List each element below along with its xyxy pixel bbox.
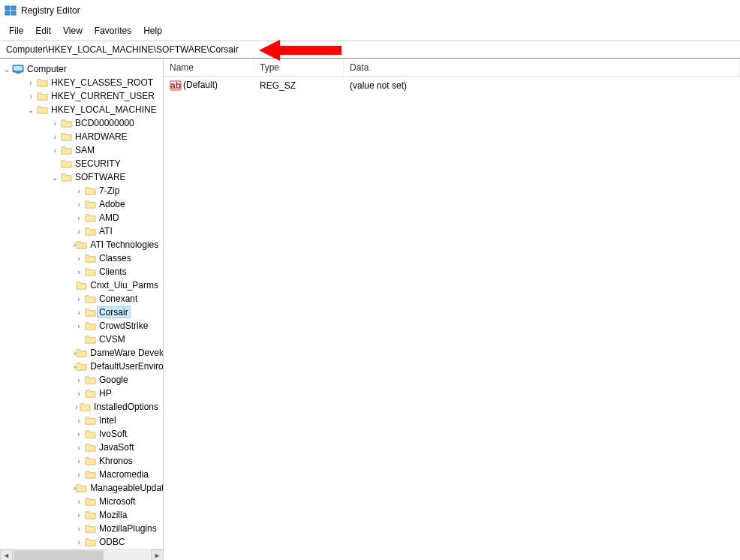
expand-toggle[interactable]: › <box>26 92 36 101</box>
col-header-name[interactable]: Name <box>164 59 254 76</box>
tree-item-label: IvoSoft <box>98 429 128 439</box>
tree-item[interactable]: ›HARDWARE <box>24 130 163 143</box>
tree-item[interactable]: ›Khronos <box>36 454 163 468</box>
menu-favorites[interactable]: Favorites <box>89 23 137 39</box>
tree-item[interactable]: ›HP <box>36 387 163 400</box>
expand-toggle[interactable]: › <box>74 309 84 317</box>
value-row[interactable]: ab(Default)REG_SZ(value not set) <box>164 77 740 95</box>
expand-toggle[interactable]: › <box>74 295 84 303</box>
address-input[interactable] <box>5 44 735 56</box>
expand-toggle[interactable]: › <box>74 538 84 546</box>
registry-tree[interactable]: ⌄Computer›HKEY_CLASSES_ROOT›HKEY_CURRENT… <box>0 59 163 549</box>
expand-toggle[interactable]: › <box>74 498 84 506</box>
tree-item[interactable]: ›Mozilla <box>36 508 163 522</box>
scroll-left-button[interactable]: ◄ <box>0 549 13 561</box>
menu-file[interactable]: File <box>3 23 29 39</box>
tree-item[interactable]: ›7-Zip <box>36 184 163 197</box>
tree-item[interactable]: ›Classes <box>36 251 163 265</box>
folder-icon <box>36 104 48 116</box>
collapse-toggle[interactable]: ⌄ <box>2 65 12 74</box>
tree-item-label: 7-Zip <box>98 185 121 196</box>
tree-item-label: JavaSoft <box>98 442 136 453</box>
tree-item[interactable]: ›SAM <box>24 143 163 157</box>
tree-item[interactable]: Cnxt_Uiu_Parms <box>36 278 163 292</box>
expand-toggle[interactable]: › <box>74 227 84 236</box>
tree-item[interactable]: CVSM <box>36 333 163 346</box>
tree-item[interactable]: ›DefaultUserEnvironment <box>36 360 163 373</box>
tree-item[interactable]: ›Google <box>36 373 163 387</box>
collapse-toggle[interactable]: ⌄ <box>50 173 60 182</box>
svg-rect-3 <box>11 11 16 15</box>
expand-toggle[interactable]: › <box>74 511 84 519</box>
tree-item[interactable]: ›DameWare Development <box>36 346 163 360</box>
folder-icon <box>84 468 96 480</box>
tree-item-label: SECURITY <box>74 158 122 169</box>
expand-toggle[interactable]: › <box>50 133 60 141</box>
expand-toggle[interactable]: › <box>74 214 84 222</box>
tree-item-label: InstalledOptions <box>92 402 160 412</box>
tree-item[interactable]: ⌄HKEY_LOCAL_MACHINE <box>12 103 163 116</box>
tree-item[interactable]: ›InstalledOptions <box>36 400 163 414</box>
expand-toggle[interactable]: › <box>74 376 84 384</box>
tree-item[interactable]: ›Intel <box>36 414 163 427</box>
tree-item[interactable]: ›HKEY_CURRENT_USER <box>12 89 163 103</box>
tree-item[interactable]: ›Adobe <box>36 197 163 211</box>
expand-toggle[interactable]: › <box>26 79 36 87</box>
scroll-track[interactable] <box>13 549 151 561</box>
computer-icon <box>12 63 24 75</box>
scroll-right-button[interactable]: ► <box>151 549 164 561</box>
tree-item-label: DefaultUserEnvironment <box>89 361 163 372</box>
expand-toggle[interactable]: › <box>74 200 84 209</box>
scroll-thumb[interactable] <box>14 550 104 561</box>
tree-item-label: HP <box>98 388 113 399</box>
expand-toggle[interactable]: › <box>74 430 84 438</box>
expand-toggle[interactable]: › <box>74 444 84 452</box>
expand-toggle[interactable]: › <box>50 146 60 155</box>
menu-view[interactable]: View <box>57 23 89 39</box>
folder-icon <box>84 225 96 237</box>
tree-item[interactable]: ›Microsoft <box>36 495 163 508</box>
tree-item[interactable]: ›MozillaPlugins <box>36 522 163 535</box>
tree-item-label: Clients <box>98 266 128 277</box>
tree-item[interactable]: ›Macromedia <box>36 468 163 481</box>
horizontal-scrollbar[interactable]: ◄ ► <box>0 549 164 560</box>
tree-item[interactable]: ›Corsair <box>36 306 163 319</box>
tree-item[interactable]: ›ATI Technologies <box>36 238 163 251</box>
col-header-data[interactable]: Data <box>344 59 740 76</box>
expand-toggle[interactable]: › <box>74 390 84 398</box>
expand-toggle[interactable]: › <box>74 457 84 465</box>
value-data: (value not set) <box>344 79 740 92</box>
tree-item[interactable]: ›JavaSoft <box>36 441 163 454</box>
tree-item-label: CVSM <box>98 334 127 345</box>
menu-edit[interactable]: Edit <box>29 23 57 39</box>
tree-item-computer[interactable]: ⌄Computer <box>0 62 163 76</box>
tree-item[interactable]: ›ODBC <box>36 535 163 549</box>
col-header-type[interactable]: Type <box>254 59 344 76</box>
tree-item[interactable]: ›AMD <box>36 211 163 224</box>
expand-toggle[interactable]: › <box>74 471 84 479</box>
tree-item[interactable]: ⌄SOFTWARE <box>24 170 163 184</box>
collapse-toggle[interactable]: ⌄ <box>26 106 36 114</box>
menu-help[interactable]: Help <box>137 23 168 39</box>
expand-toggle[interactable]: › <box>74 417 84 425</box>
expand-toggle[interactable]: › <box>50 119 60 128</box>
tree-item[interactable]: ›IvoSoft <box>36 427 163 441</box>
expand-toggle[interactable]: › <box>74 187 84 195</box>
tree-item[interactable]: ›Conexant <box>36 292 163 306</box>
expand-toggle[interactable]: › <box>74 254 84 263</box>
expand-toggle[interactable]: › <box>74 268 84 276</box>
expand-toggle[interactable]: › <box>74 403 80 411</box>
tree-item[interactable]: ›BCD00000000 <box>24 116 163 130</box>
tree-item[interactable]: ›ATI <box>36 224 163 238</box>
tree-item[interactable]: ›Clients <box>36 265 163 278</box>
expand-toggle[interactable]: › <box>74 322 84 330</box>
tree-item-label: CrowdStrike <box>98 321 149 331</box>
expand-toggle[interactable]: › <box>74 525 84 533</box>
tree-item-label: Google <box>98 375 130 385</box>
tree-item-label: SOFTWARE <box>74 172 128 182</box>
tree-pane: ⌄Computer›HKEY_CLASSES_ROOT›HKEY_CURRENT… <box>0 59 164 549</box>
tree-item[interactable]: ›HKEY_CLASSES_ROOT <box>12 76 163 89</box>
tree-item[interactable]: SECURITY <box>24 157 163 170</box>
tree-item[interactable]: ›CrowdStrike <box>36 319 163 333</box>
tree-item[interactable]: ›ManageableUpdatePackage <box>36 481 163 495</box>
